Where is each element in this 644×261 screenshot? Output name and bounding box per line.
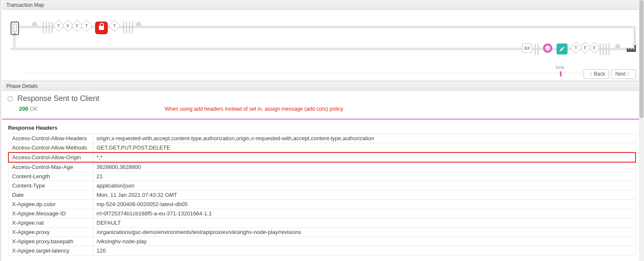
next-button[interactable]: Next 〉 [611,69,636,79]
table-row: X-Apigee.natDEFAULT [8,218,636,228]
diamond-label: T [57,23,60,28]
response-headers-section: Response Headers Access-Control-Allow-He… [2,120,642,261]
condition-diamond[interactable]: F [65,22,71,30]
header-value: mp-524-200406-0020052-latest-db05 [93,200,636,209]
header-key: Access-Control-Allow-Origin [8,152,93,162]
scrollbar-thumb[interactable] [639,0,644,118]
table-row: X-Apigee.proxy/organizations/gsc-demo/en… [8,228,636,237]
response-lane [11,48,633,50]
header-key: X-Apigee.proxy [8,228,93,237]
ring-icon [543,44,552,53]
status-code: 200 [19,106,28,112]
table-row: Content-Length21 [8,172,636,181]
flow-dot[interactable] [32,22,38,27]
header-value: *,* [93,152,636,162]
header-key: X-Apigee.nat [8,218,93,228]
table-row: DateMon, 11 Jan 2021 07:43:32 GMT [8,190,636,200]
transaction-map-body: T F F T T F F T AX 1ms 〈 Back [2,10,642,81]
diamond-label: F [593,45,596,50]
header-value: origin,x-requested-with,accept,content-t… [93,134,636,143]
header-key: X-Apigee.Message-ID [8,209,93,218]
condition-diamond[interactable]: F [74,22,81,30]
table-row: X-Apigee.Message-IDrrt-0f725374b1cb188f5… [8,209,636,218]
header-value: application/json [93,181,636,190]
selected-flow-node[interactable] [543,44,552,53]
phase-dot-icon [7,96,13,102]
condition-diamond[interactable]: F [582,44,589,52]
client-device-icon[interactable] [11,22,19,35]
table-row: X-Apigee.target-latency120 [8,246,636,256]
response-headers-table: Access-Control-Allow-Headersorigin,x-req… [8,133,636,256]
table-row: Content-Typeapplication/json [8,181,636,190]
phase-details-header: Phase Details [2,82,642,91]
header-key: Access-Control-Allow-Methods [8,143,93,153]
phase-details-panel: Phase Details Response Sent to Client 20… [2,81,642,261]
flow-dot[interactable] [615,44,621,49]
table-row: X-Apigee.dp.colormp-524-200406-0020052-l… [8,200,636,209]
timeline-label: 1ms [555,65,564,70]
diamond-label: T [575,45,577,50]
header-key: Content-Type [8,181,93,190]
vertical-scrollbar[interactable] [639,0,644,261]
diamond-label: T [113,23,116,28]
header-value: Mon, 11 Jan 2021 07:43:32 GMT [93,190,636,200]
status-text: OK [30,106,38,112]
timeline: 1ms [22,71,633,76]
header-key: X-Apigee.target-latency [8,246,93,256]
table-row: Access-Control-Allow-Origin*,* [8,152,636,162]
header-value: 3628800,3628800 [93,162,636,172]
header-key: X-Apigee.proxy.basepath [8,237,93,246]
header-value: /viksinghv-node-play [93,237,636,246]
header-value: /organizations/gsc-demo/environments/tes… [93,228,636,237]
header-key: Access-Control-Allow-Headers [8,134,93,143]
diamond-label: F [67,23,69,28]
transaction-map-panel: Transaction Map T F F T T F F T [2,0,642,81]
warning-annotation: When using add headers instead of set in… [165,106,343,112]
table-row: Access-Control-Allow-MethodsGET,GET,PUT,… [8,143,636,153]
table-row: X-Apigee.proxy.basepath/viksinghv-node-p… [8,237,636,246]
header-value: 21 [93,172,636,181]
flow-bars-icon[interactable] [599,44,611,55]
header-key: X-Apigee.dp.color [8,200,93,209]
header-value: GET,GET,PUT,POST,DELETE [93,143,636,153]
condition-diamond[interactable]: F [591,44,598,52]
flow-bars-icon[interactable] [534,44,540,55]
flow-bars-icon[interactable] [122,22,134,33]
analytics-node[interactable]: AX [522,44,532,53]
target-backend-icon[interactable] [627,44,636,52]
condition-diamond[interactable]: T [111,22,118,30]
lock-icon [99,26,104,30]
condition-diamond[interactable]: T [55,22,62,30]
assign-message-policy-icon[interactable] [557,44,568,54]
flow-bars-icon[interactable] [42,22,54,33]
table-row: Access-Control-Max-Age3628800,3628800 [8,162,636,172]
diamond-label: F [76,23,79,28]
header-value: rrt-0f725374b1cb188f5-a-eu-371-13201664-… [93,209,636,218]
response-headers-title: Response Headers [8,125,636,131]
table-row: Access-Control-Allow-Headersorigin,x-req… [8,134,636,143]
diamond-label: F [584,45,587,50]
flow-dot[interactable] [136,22,142,27]
condition-diamond[interactable]: T [573,44,579,52]
transaction-map-header: Transaction Map [2,0,642,10]
header-key: Access-Control-Max-Age [8,162,93,172]
diamond-label: T [85,23,88,28]
timeline-track[interactable] [22,71,633,74]
header-key: Date [8,190,93,200]
header-value: DEFAULT [93,218,636,228]
header-value: 120 [93,246,636,256]
header-key: Content-Length [8,172,93,181]
phase-title: Response Sent to Client [17,94,99,103]
back-button[interactable]: 〈 Back [584,69,609,79]
timeline-marker[interactable] [560,71,562,76]
security-policy-icon[interactable] [95,22,108,34]
condition-diamond[interactable]: T [83,22,90,30]
